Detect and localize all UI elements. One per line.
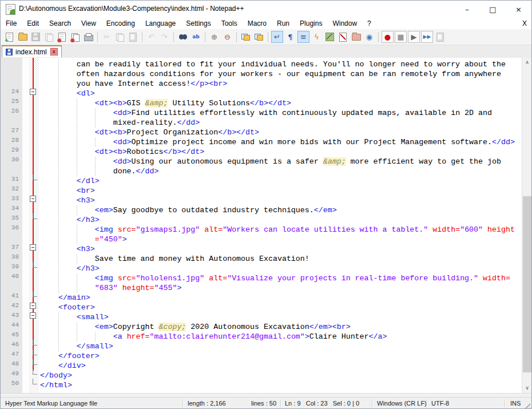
- zoom-in-icon[interactable]: ⊕: [208, 31, 220, 43]
- code-line[interactable]: <dt><b>GIS &amp; Utility Solutions</b></…: [39, 98, 523, 108]
- word-wrap-icon[interactable]: ↵: [271, 31, 283, 43]
- code-line[interactable]: <br>: [39, 186, 523, 196]
- zoom-out-icon[interactable]: ⊖: [221, 31, 233, 43]
- fold-collapse-icon[interactable]: [30, 89, 36, 95]
- macro-play-icon[interactable]: ▶: [408, 31, 420, 43]
- save-icon[interactable]: [30, 31, 42, 43]
- menu-item-view[interactable]: View: [76, 18, 101, 29]
- resize-grip[interactable]: [523, 401, 530, 408]
- fold-collapse-icon[interactable]: [30, 312, 36, 319]
- macro-save-icon[interactable]: [434, 31, 446, 43]
- status-insert-mode[interactable]: INS: [510, 400, 521, 407]
- fold-gutter[interactable]: [29, 58, 39, 393]
- fold-collapse-icon[interactable]: [30, 244, 36, 251]
- code-line[interactable]: <img src="hololens1.jpg" alt="Visualize …: [39, 273, 523, 283]
- code-line[interactable]: <em>Copyright &copy; 2020 Autonomous Exc…: [39, 322, 523, 332]
- find-icon[interactable]: [177, 31, 189, 43]
- menu-item-tools[interactable]: Tools: [216, 18, 243, 29]
- code-line[interactable]: </footer>: [39, 351, 523, 361]
- code-line[interactable]: <dd>Optimize project income and win more…: [39, 137, 523, 147]
- code-line[interactable]: </small>: [39, 342, 523, 351]
- menu-item-file[interactable]: File: [1, 18, 22, 29]
- code-line[interactable]: mixed-reality.</dd>: [39, 118, 523, 128]
- redo-icon[interactable]: ↷: [158, 31, 170, 43]
- fold-collapse-icon[interactable]: [30, 303, 36, 309]
- code-line[interactable]: ="450">: [39, 235, 523, 244]
- replace-icon[interactable]: ab: [190, 31, 202, 43]
- code-line[interactable]: </body>: [39, 371, 523, 380]
- code-line[interactable]: </h3>: [39, 215, 523, 225]
- code-line[interactable]: <a href="mailto:clairehunter214@gmail.co…: [39, 332, 523, 342]
- code-line[interactable]: <img src="gismaps1.jpg" alt="Workers can…: [39, 225, 523, 235]
- menu-item-window[interactable]: Window: [327, 18, 362, 29]
- menu-close-icon[interactable]: X: [522, 18, 527, 29]
- code-area[interactable]: can be readily tailored to fit your indi…: [39, 58, 523, 393]
- cut-icon[interactable]: ✂: [101, 31, 113, 43]
- menu-item-language[interactable]: Language: [140, 18, 181, 29]
- maximize-button[interactable]: □: [480, 1, 506, 18]
- sync-horizontal-scrolling-icon[interactable]: [253, 31, 265, 43]
- function-completion-icon[interactable]: ϟ: [311, 31, 323, 43]
- close-all-documents-icon[interactable]: ●: [69, 31, 81, 43]
- sync-vertical-scrolling-icon[interactable]: [240, 31, 252, 43]
- code-line[interactable]: "683" height="455">: [39, 283, 523, 293]
- open-file-icon[interactable]: [17, 31, 29, 43]
- tab-close-icon[interactable]: x: [50, 48, 58, 55]
- paste-icon[interactable]: [127, 31, 139, 43]
- menu-item-run[interactable]: Run: [272, 18, 295, 29]
- code-line[interactable]: <small>: [39, 312, 523, 322]
- print-icon[interactable]: [82, 31, 94, 43]
- close-button[interactable]: ×: [506, 1, 531, 18]
- code-line[interactable]: <h3>: [39, 244, 523, 254]
- macro-stop-icon[interactable]: ■: [395, 31, 407, 43]
- copy-icon[interactable]: [114, 31, 126, 43]
- menu-item-macro[interactable]: Macro: [243, 18, 272, 29]
- document-map-icon[interactable]: [324, 31, 336, 43]
- menu-item-encoding[interactable]: Encoding: [101, 18, 140, 29]
- monitoring-icon[interactable]: ◉: [363, 31, 375, 43]
- show-all-characters-icon[interactable]: ¶: [284, 31, 296, 43]
- document-list-icon[interactable]: [337, 31, 349, 43]
- code-line[interactable]: </div>: [39, 361, 523, 371]
- code-line[interactable]: </main>: [39, 293, 523, 303]
- bookmark-gutter[interactable]: [22, 58, 29, 393]
- code-line[interactable]: done.</dd>: [39, 166, 523, 176]
- menu-item-settings[interactable]: Settings: [181, 18, 216, 29]
- code-line[interactable]: can be readily tailored to fit your indi…: [39, 59, 523, 69]
- code-line[interactable]: <dt><b>Robotics</b></dt>: [39, 147, 523, 157]
- menu-item-[interactable]: ?: [362, 18, 376, 29]
- scroll-up-icon[interactable]: ∧: [522, 58, 532, 67]
- menu-item-search[interactable]: Search: [44, 18, 76, 29]
- code-line[interactable]: <dd>Using our autonomous equipment is a …: [39, 157, 523, 166]
- macro-record-icon[interactable]: ●: [382, 31, 394, 43]
- macro-run-multiple-icon[interactable]: ▶▶: [421, 31, 433, 43]
- save-all-icon[interactable]: [43, 31, 55, 43]
- scroll-down-icon[interactable]: ∨: [522, 383, 532, 393]
- menu-item-plugins[interactable]: Plugins: [295, 18, 327, 29]
- code-line[interactable]: </h3>: [39, 264, 523, 273]
- code-line[interactable]: you have Internet access!</p><br>: [39, 79, 523, 89]
- code-line[interactable]: <em>Say goodbye to outdated industry tec…: [39, 205, 523, 215]
- status-encoding[interactable]: UTF-8: [431, 400, 449, 407]
- folder-as-workspace-icon[interactable]: [350, 31, 362, 43]
- undo-icon[interactable]: ↶: [145, 31, 157, 43]
- code-line[interactable]: <dt><b>Project Organization</b></dt>: [39, 128, 523, 137]
- code-line[interactable]: <dl>: [39, 89, 523, 98]
- status-eol-format[interactable]: Windows (CR LF): [377, 400, 427, 407]
- vertical-scrollbar[interactable]: ∧ ∨: [522, 58, 531, 393]
- code-line[interactable]: <h3>: [39, 196, 523, 205]
- new-file-icon[interactable]: +: [3, 31, 15, 43]
- fold-collapse-icon[interactable]: [30, 196, 36, 202]
- menu-item-edit[interactable]: Edit: [22, 18, 44, 29]
- code-line[interactable]: often hazardous conditions for your work…: [39, 69, 523, 79]
- close-document-icon[interactable]: ●: [56, 31, 68, 43]
- tab-index-html[interactable]: index.html x: [2, 45, 62, 57]
- minimize-button[interactable]: –: [454, 1, 480, 18]
- code-line[interactable]: Save time and money with Autonomous Exca…: [39, 254, 523, 264]
- show-indent-guide-icon[interactable]: ≡: [297, 31, 309, 43]
- code-line[interactable]: </html>: [39, 380, 523, 390]
- code-line[interactable]: </dl>: [39, 176, 523, 186]
- scrollbar-thumb[interactable]: [523, 196, 531, 372]
- code-line[interactable]: <footer>: [39, 303, 523, 312]
- code-line[interactable]: <dd>Find utilities effortlessly with con…: [39, 108, 523, 118]
